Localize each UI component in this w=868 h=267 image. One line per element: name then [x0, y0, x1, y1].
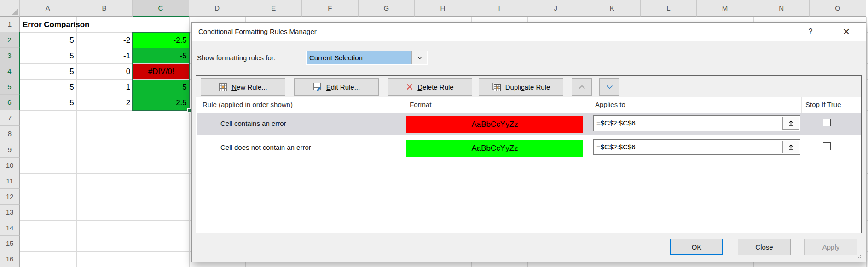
rule-name: Cell contains an error	[220, 113, 286, 135]
column-header-J[interactable]: J	[527, 0, 584, 17]
column-header-K[interactable]: K	[584, 0, 641, 17]
cell-A2[interactable]: 5	[20, 33, 76, 48]
row-header-4[interactable]: 4	[0, 63, 20, 79]
close-label: Close	[755, 243, 773, 251]
dialog-titlebar[interactable]: Conditional Formatting Rules Manager ? ✕	[192, 23, 866, 41]
cell-B2[interactable]: -2	[77, 33, 133, 48]
rule-row-cell-contains-error[interactable]: Cell contains an error AaBbCcYyZz =$C$2:…	[197, 113, 861, 135]
row-header-8[interactable]: 8	[0, 126, 20, 142]
duplicate-rule-label: Duplicate Rule	[505, 83, 550, 91]
range-picker-button[interactable]	[782, 117, 799, 130]
apply-label: Apply	[822, 243, 840, 251]
row-header-5[interactable]: 5	[0, 79, 20, 95]
cell-C5[interactable]: 5	[133, 80, 189, 95]
stop-if-true-checkbox[interactable]	[823, 119, 831, 126]
column-header-C[interactable]: C	[133, 0, 189, 17]
duplicate-rule-button[interactable]: Duplicate Rule	[479, 78, 563, 96]
row-header-10[interactable]: 10	[0, 158, 20, 173]
move-rule-up-button[interactable]	[572, 78, 592, 96]
rules-toolbar: New Rule... Edit Rule... Delete Rule	[196, 76, 861, 97]
rule-name: Cell does not contain an error	[220, 136, 311, 159]
stop-if-true-checkbox[interactable]	[823, 142, 831, 150]
column-header-F[interactable]: F	[302, 0, 359, 17]
cell-B3[interactable]: -1	[77, 48, 133, 63]
apply-button[interactable]: Apply	[804, 239, 857, 255]
range-picker-icon	[787, 120, 794, 127]
select-all-triangle-icon	[12, 9, 18, 15]
cell-B5[interactable]: 1	[77, 80, 133, 95]
applies-to-value: =$C$2:$C$6	[596, 119, 636, 127]
column-header-G[interactable]: G	[359, 0, 415, 17]
column-header-D[interactable]: D	[189, 0, 246, 17]
delete-rule-icon	[406, 83, 413, 91]
edit-rule-button[interactable]: Edit Rule...	[294, 78, 379, 96]
row-header-11[interactable]: 11	[0, 173, 20, 189]
resize-grip-icon	[857, 253, 863, 258]
duplicate-rule-icon	[492, 82, 501, 91]
edit-rule-icon	[313, 82, 322, 91]
column-header-applies-to: Applies to	[595, 97, 625, 113]
scope-label: Show formatting rules for:	[197, 51, 276, 65]
column-header-E[interactable]: E	[245, 0, 302, 17]
column-header-I[interactable]: I	[471, 0, 528, 17]
column-header-rule: Rule (applied in order shown)	[203, 97, 293, 113]
close-icon: ✕	[843, 26, 851, 37]
cell-C4[interactable]: #DIV/0!	[133, 64, 189, 79]
row-header-2[interactable]: 2	[0, 32, 20, 48]
conditional-formatting-rules-manager-dialog: Conditional Formatting Rules Manager ? ✕…	[191, 22, 866, 262]
header-separator	[406, 97, 406, 113]
column-header-O[interactable]: O	[810, 0, 866, 17]
cell-C3[interactable]: -5	[133, 48, 189, 63]
close-button[interactable]: Close	[738, 239, 791, 255]
cell-A3[interactable]: 5	[20, 48, 76, 63]
dialog-close-button[interactable]: ✕	[834, 23, 858, 41]
delete-rule-button[interactable]: Delete Rule	[388, 78, 472, 96]
applies-to-input[interactable]: =$C$2:$C$6	[593, 139, 800, 155]
cell-A4[interactable]: 5	[20, 64, 76, 79]
new-rule-label: New Rule...	[231, 83, 267, 91]
applies-to-value: =$C$2:$C$6	[596, 143, 636, 151]
scope-dropdown-value: Current Selection	[307, 51, 411, 64]
help-button[interactable]: ?	[800, 23, 821, 41]
applies-to-input[interactable]: =$C$2:$C$6	[593, 115, 800, 131]
fill-handle[interactable]	[187, 108, 191, 113]
row-header-6[interactable]: 6	[0, 95, 20, 110]
row-header-12[interactable]: 12	[0, 189, 20, 205]
column-header-format: Format	[410, 97, 432, 113]
column-header-L[interactable]: L	[641, 0, 697, 17]
select-all-corner[interactable]	[0, 0, 20, 17]
column-header-A[interactable]: A	[20, 0, 76, 17]
cell-A1[interactable]: Error Comparison	[20, 17, 76, 32]
column-header-H[interactable]: H	[415, 0, 471, 17]
column-header-N[interactable]: N	[753, 0, 810, 17]
cell-C6[interactable]: 2.5	[133, 95, 189, 110]
cell-B6[interactable]: 2	[77, 95, 133, 110]
resize-grip[interactable]	[857, 252, 863, 260]
row-header-15[interactable]: 15	[0, 236, 20, 251]
column-header-B[interactable]: B	[76, 0, 133, 17]
cell-A6[interactable]: 5	[20, 95, 76, 110]
row-header-13[interactable]: 13	[0, 205, 20, 220]
row-header-7[interactable]: 7	[0, 110, 20, 126]
row-header-14[interactable]: 14	[0, 220, 20, 236]
column-header-M[interactable]: M	[697, 0, 753, 17]
cell-C2[interactable]: -2.5	[133, 33, 189, 48]
cell-B4[interactable]: 0	[77, 64, 133, 79]
rule-format-preview: AaBbCcYyZz	[406, 116, 583, 133]
ok-button[interactable]: OK	[670, 239, 723, 255]
row-header-3[interactable]: 3	[0, 48, 20, 63]
row-header-1[interactable]: 1	[0, 17, 20, 32]
delete-rule-label: Delete Rule	[417, 83, 453, 91]
rules-list-frame: New Rule... Edit Rule... Delete Rule	[196, 75, 862, 233]
row-header-9[interactable]: 9	[0, 142, 20, 158]
range-picker-button[interactable]	[782, 141, 799, 153]
help-icon: ?	[809, 28, 813, 36]
new-rule-button[interactable]: New Rule...	[201, 78, 285, 96]
move-rule-down-button[interactable]	[599, 78, 619, 96]
cell-A5[interactable]: 5	[20, 80, 76, 95]
rule-row-cell-does-not-contain-error[interactable]: Cell does not contain an error AaBbCcYyZ…	[197, 136, 861, 159]
header-separator	[590, 97, 590, 113]
scope-dropdown-arrow-button[interactable]	[411, 51, 427, 64]
row-header-16[interactable]: 16	[0, 251, 20, 267]
scope-dropdown[interactable]: Current Selection	[306, 51, 428, 65]
